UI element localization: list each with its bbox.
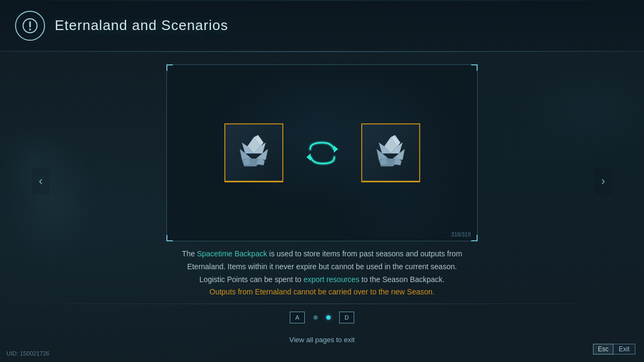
card-page-indicator: 318/319 (451, 232, 471, 238)
page-title: Eternaland and Scenarios (55, 17, 228, 34)
header: Eternaland and Scenarios (0, 0, 644, 51)
season-backpack-item (361, 123, 420, 182)
spacetime-backpack-item (224, 123, 283, 182)
crystal-pile-right-icon (369, 133, 412, 173)
corner-decoration-br (471, 235, 478, 241)
description-line1: The Spacetime Backpack is used to store … (150, 248, 494, 261)
corner-decoration-bl (166, 235, 173, 241)
pagination-dot-2 (326, 315, 331, 320)
pagination-btn-d[interactable]: D (339, 312, 354, 323)
description-line3: Logistic Points can be spent to export r… (150, 274, 494, 286)
header-separator (0, 51, 644, 52)
content-card: 318/319 (166, 64, 478, 241)
exclamation-icon (22, 18, 38, 34)
esc-key[interactable]: Esc (593, 344, 613, 354)
next-page-button[interactable]: › (595, 168, 612, 195)
description-warning: Outputs from Eternaland cannot be carrie… (150, 286, 494, 299)
export-resources-link: export resources (303, 275, 359, 284)
pagination-bar: A D (0, 312, 644, 323)
transfer-arrows-icon (305, 138, 340, 168)
crystal-pile-left-icon (232, 133, 275, 173)
svg-rect-1 (30, 21, 31, 27)
bottom-separator (0, 304, 644, 304)
description-line2: Eternaland. Items within it never expire… (150, 261, 494, 274)
spacetime-backpack-link: Spacetime Backpack (197, 249, 267, 258)
svg-point-2 (29, 28, 31, 31)
exit-label[interactable]: Exit (613, 344, 635, 354)
corner-decoration-tr (471, 64, 478, 71)
description-area: The Spacetime Backpack is used to store … (0, 248, 644, 299)
exit-button-area: Esc Exit (593, 344, 635, 354)
pagination-dot-1 (313, 315, 318, 320)
pagination-btn-a[interactable]: A (290, 312, 305, 323)
view-all-pages-button[interactable]: View all pages to exit (0, 336, 644, 344)
corner-decoration-tl (166, 64, 173, 71)
prev-page-button[interactable]: ‹ (32, 168, 49, 195)
items-row (224, 123, 420, 182)
header-icon-container (15, 11, 45, 41)
uid-label: UID: 150021726 (6, 350, 49, 357)
